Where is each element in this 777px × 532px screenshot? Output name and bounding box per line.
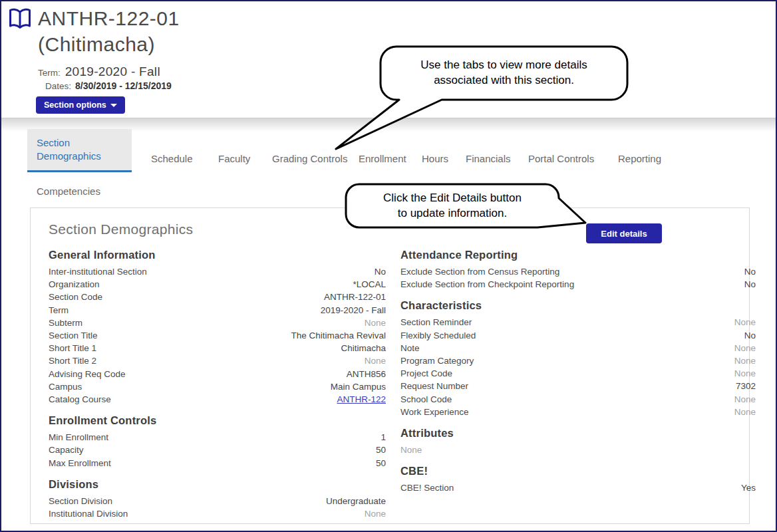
field-row-note: NoteNone [400, 342, 756, 354]
field-value: Undergraduate [326, 495, 386, 507]
section-heading: Characteristics [400, 299, 756, 312]
callout-text-edit: Click the Edit Details button to update … [349, 190, 555, 221]
field-value: None [365, 317, 386, 329]
dates-row: Dates: 8/30/2019 - 12/15/2019 [45, 80, 172, 91]
field-row-request-number: Request Number7302 [400, 380, 756, 392]
tab-faculty[interactable]: Faculty [218, 153, 250, 164]
tab-grading-controls[interactable]: Grading Controls [272, 153, 347, 164]
field-value: The Chitimacha Revival [291, 329, 386, 342]
field-label: Section Reminder [400, 316, 472, 329]
section-heading: Enrollment Controls [49, 414, 386, 427]
field-value: None [734, 367, 756, 380]
section-enrollment-controls: Enrollment ControlsMin Enrollment1Capaci… [49, 414, 386, 469]
section-divisions: DivisionsSection DivisionUndergraduateIn… [49, 477, 386, 520]
field-label: Min Enrollment [49, 431, 108, 444]
section-heading: Attendance Reporting [400, 248, 756, 261]
field-row-institutional-division: Institutional DivisionNone [49, 507, 386, 520]
page-title-line2: (Chitimacha) [38, 31, 180, 57]
field-label: Capacity [49, 444, 84, 456]
section-cbe: CBE!CBE! SectionYes [400, 464, 756, 494]
chevron-down-icon [110, 104, 117, 107]
section-heading: Divisions [49, 477, 386, 491]
field-row-short-title-2: Short Title 2None [49, 354, 386, 367]
field-label: Institutional Division [49, 507, 128, 520]
field-label: Flexibly Scheduled [400, 329, 476, 342]
dates-value: 8/30/2019 - 12/15/2019 [75, 80, 172, 91]
field-row-section-code: Section CodeANTHR-122-01 [49, 291, 386, 303]
tab-competencies[interactable]: Competencies [37, 186, 100, 197]
field-label: Inter-institutional Section [49, 265, 147, 278]
section-options-button[interactable]: Section options [36, 96, 125, 114]
section-heading: Attributes [400, 426, 756, 440]
field-row-organization: Organization*LOCAL [49, 278, 386, 291]
term-label: Term: [38, 68, 61, 78]
field-label: Max Enrollment [49, 457, 111, 469]
field-value: None [365, 354, 386, 367]
field-row-none: None [400, 444, 756, 456]
tab-enrollment[interactable]: Enrollment [359, 153, 406, 164]
field-row-term: Term2019-2020 - Fall [49, 304, 386, 317]
field-label: Program Category [400, 354, 474, 367]
field-value: Main Campus [331, 380, 386, 393]
field-value: No [744, 265, 756, 278]
field-value: None [365, 507, 386, 520]
callout-edit-line2: to update information. [349, 205, 555, 221]
tab-reporting[interactable]: Reporting [618, 153, 661, 164]
field-value: None [734, 316, 756, 329]
field-label: Project Code [400, 367, 452, 380]
term-value: 2019-2020 - Fall [65, 65, 160, 79]
tab-financials[interactable]: Financials [466, 153, 511, 164]
field-label: CBE! Section [400, 481, 454, 494]
field-label: Exclude Section from Census Reporting [400, 265, 559, 278]
field-label: Note [400, 342, 420, 354]
tab-portal-controls[interactable]: Portal Controls [528, 153, 594, 164]
field-value: No [744, 278, 756, 291]
tab-hours[interactable]: Hours [422, 153, 448, 164]
field-label: Catalog Course [49, 393, 111, 406]
field-value: Chitimacha [341, 342, 386, 354]
field-label: Exclude Section from Checkpoint Reportin… [400, 278, 574, 291]
field-value: ANTH856 [347, 368, 386, 380]
field-label: Campus [49, 380, 82, 393]
page-title: ANTHR-122-01 (Chitimacha) [38, 5, 180, 57]
callout-tabs-line2: associated with this section. [384, 72, 624, 88]
field-row-inter-institutional-section: Inter-institutional SectionNo [49, 265, 386, 278]
field-value: None [734, 406, 756, 418]
field-value: 50 [376, 444, 386, 456]
field-row-section-title: Section TitleThe Chitimacha Revival [49, 329, 386, 342]
field-label: Subterm [49, 317, 82, 329]
field-row-section-reminder: Section ReminderNone [400, 316, 756, 329]
field-row-section-division: Section DivisionUndergraduate [49, 495, 386, 507]
field-row-min-enrollment: Min Enrollment1 [49, 431, 386, 444]
tab-section-demographics[interactable]: Section Demographics [27, 129, 132, 172]
section-heading: CBE! [400, 464, 756, 477]
section-details-page: ANTHR-122-01 (Chitimacha) Term: 2019-202… [0, 0, 777, 532]
section-general-information: General InformationInter-institutional S… [49, 248, 386, 406]
field-row-catalog-course: Catalog CourseANTHR-122 [49, 393, 386, 406]
field-label: Work Experience [400, 406, 469, 418]
field-label: Section Division [49, 495, 112, 507]
page-title-line1: ANTHR-122-01 [38, 5, 180, 31]
field-label: Short Title 1 [49, 342, 96, 354]
field-row-exclude-section-from-census-reporting: Exclude Section from Census ReportingNo [400, 265, 756, 278]
field-value: Yes [741, 481, 756, 494]
field-label: Advising Req Code [49, 368, 126, 380]
field-row-advising-req-code: Advising Req CodeANTH856 [49, 368, 386, 380]
panel-left-column: General InformationInter-institutional S… [49, 248, 386, 520]
callout-tabs-line1: Use the tabs to view more details [384, 57, 624, 72]
panel-right-column: Attendance ReportingExclude Section from… [400, 248, 756, 494]
field-value: None [734, 342, 756, 354]
field-label: Organization [49, 278, 100, 291]
field-label: Request Number [400, 380, 468, 392]
field-value-link[interactable]: ANTHR-122 [337, 393, 386, 406]
tab-schedule[interactable]: Schedule [151, 153, 193, 164]
field-value: No [375, 265, 386, 278]
field-row-project-code: Project CodeNone [400, 367, 756, 380]
section-attributes: AttributesNone [400, 426, 756, 456]
field-row-cbe-section: CBE! SectionYes [400, 481, 756, 494]
field-row-subterm: SubtermNone [49, 317, 386, 329]
field-value: 2019-2020 - Fall [321, 304, 386, 317]
field-row-short-title-1: Short Title 1Chitimacha [49, 342, 386, 354]
callout-text-tabs: Use the tabs to view more details associ… [384, 57, 624, 88]
field-value: No [744, 329, 756, 342]
